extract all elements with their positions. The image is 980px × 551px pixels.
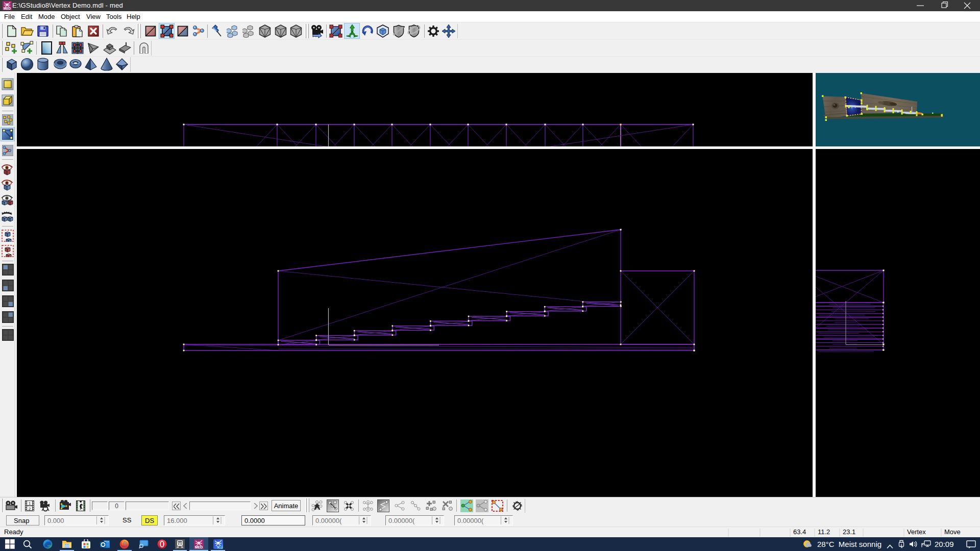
svg-text:MED: MED: [195, 545, 203, 549]
svg-text:2: 2: [29, 507, 31, 511]
svg-text:MED: MED: [4, 7, 11, 10]
svg-text:⚒︎: ⚒︎: [217, 545, 220, 549]
svg-text:1: 1: [29, 501, 31, 506]
